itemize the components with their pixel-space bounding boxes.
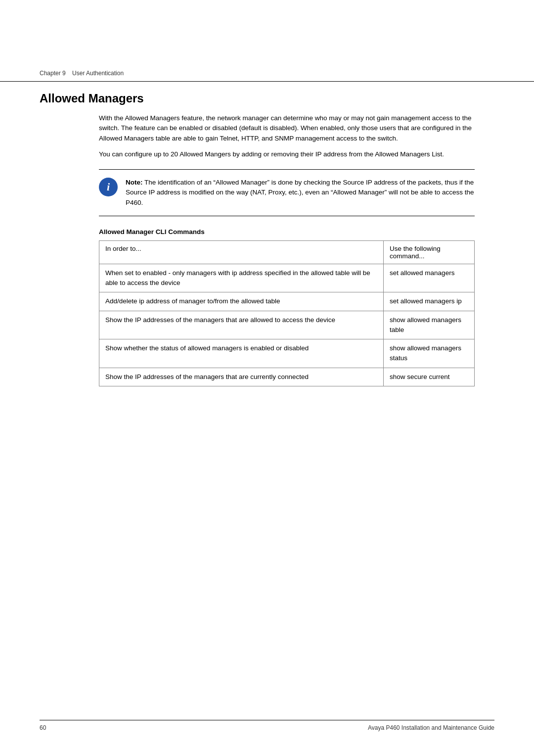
page-footer: 60 Avaya P460 Installation and Maintenan… [40,720,494,731]
page: Chapter 9 User Authentication Allowed Ma… [0,0,534,756]
table-cell-description-3: Show whether the status of allowed manag… [99,339,384,368]
table-row: When set to enabled - only managers with… [99,264,475,292]
chapter-label: Chapter 9 User Authentication [40,70,124,77]
note-label: Note: [126,179,143,186]
page-number: 60 [40,724,46,731]
info-icon: i [99,178,118,196]
table-cell-description-0: When set to enabled - only managers with… [99,264,384,292]
note-box: i Note: The identification of an “Allowe… [99,169,475,216]
table-cell-command-1: set allowed managers ip [384,292,475,311]
cli-commands-table: In order to... Use the following command… [99,240,475,386]
cli-table-body: When set to enabled - only managers with… [99,264,475,386]
content-area: Allowed Managers With the Allowed Manage… [0,92,534,386]
table-row: Show whether the status of allowed manag… [99,339,475,368]
cli-section-title: Allowed Manager CLI Commands [99,228,475,236]
section-body: With the Allowed Managers feature, the n… [99,113,475,386]
col1-header: In order to... [99,240,384,264]
paragraph-1: With the Allowed Managers feature, the n… [99,113,475,143]
doc-title: Avaya P460 Installation and Maintenance … [368,724,494,731]
note-content: The identification of an “Allowed Manage… [126,179,474,206]
table-cell-description-4: Show the IP addresses of the managers th… [99,368,384,386]
section-title: Allowed Managers [40,92,494,105]
col2-header: Use the following command... [384,240,475,264]
table-cell-command-2: show allowed managers table [384,311,475,339]
table-header-row: In order to... Use the following command… [99,240,475,264]
page-header: Chapter 9 User Authentication [0,0,534,82]
chapter-title: User Authentication [72,70,124,77]
cli-section: Allowed Manager CLI Commands In order to… [99,228,475,386]
table-row: Add/delete ip address of manager to/from… [99,292,475,311]
note-text: Note: The identification of an “Allowed … [126,178,475,208]
paragraph-2: You can configure up to 20 Allowed Mange… [99,149,475,159]
chapter-number: Chapter 9 [40,70,66,77]
table-cell-description-2: Show the IP addresses of the managers th… [99,311,384,339]
table-cell-command-3: show allowed managers status [384,339,475,368]
table-cell-command-0: set allowed managers [384,264,475,292]
table-row: Show the IP addresses of the managers th… [99,368,475,386]
table-cell-command-4: show secure current [384,368,475,386]
table-cell-description-1: Add/delete ip address of manager to/from… [99,292,384,311]
table-row: Show the IP addresses of the managers th… [99,311,475,339]
